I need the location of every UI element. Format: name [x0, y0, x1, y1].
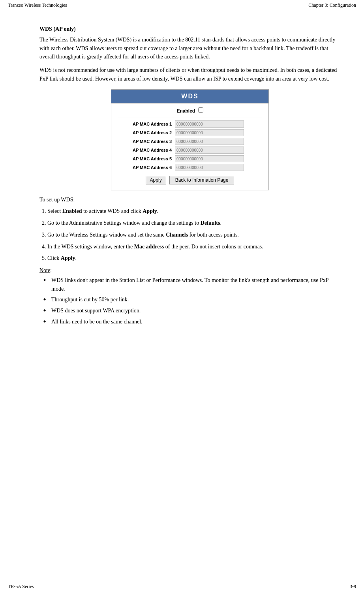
bullet-2: Throughput is cut by 50% per link. [43, 295, 340, 304]
paragraph-1: The Wireless Distribution System (WDS) i… [39, 36, 340, 61]
wds-input-6[interactable] [175, 164, 244, 171]
wds-field-row-5: AP MAC Address 5 [118, 155, 262, 162]
setup-intro: To set up WDS: [39, 197, 340, 203]
header-left: Tranzeo Wireless Technologies [8, 2, 67, 8]
wds-input-3[interactable] [175, 138, 244, 145]
wds-field-row-6: AP MAC Address 6 [118, 164, 262, 171]
footer-left: TR-5A Series [8, 584, 34, 590]
footer-right: 3-9 [350, 584, 356, 590]
wds-body: Enabled AP MAC Address 1 AP MAC Address … [111, 103, 268, 190]
wds-label-1: AP MAC Address 1 [118, 122, 175, 126]
wds-enabled-row: Enabled [118, 107, 262, 114]
paragraph-2: WDS is not recommended for use with larg… [39, 66, 340, 83]
wds-field-row-4: AP MAC Address 4 [118, 147, 262, 154]
step-4: In the WDS settings window, enter the Ma… [47, 242, 340, 251]
step-1: Select Enabled to activate WDS and click… [47, 207, 340, 216]
wds-label-6: AP MAC Address 6 [118, 165, 175, 170]
wds-field-row-2: AP MAC Address 2 [118, 129, 262, 136]
wds-buttons: Apply Back to Information Page [118, 176, 262, 184]
back-button[interactable]: Back to Information Page [169, 176, 235, 184]
wds-label-3: AP MAC Address 3 [118, 139, 175, 144]
wds-field-row-3: AP MAC Address 3 [118, 138, 262, 145]
wds-input-5[interactable] [175, 155, 244, 162]
page-header: Tranzeo Wireless Technologies Chapter 3:… [0, 0, 364, 10]
main-content: WDS (AP only) The Wireless Distribution … [0, 10, 364, 336]
bullet-1: WDS links don't appear in the Station Li… [43, 276, 340, 293]
wds-input-4[interactable] [175, 147, 244, 154]
header-right: Chapter 3: Configuration [308, 2, 356, 8]
wds-label-2: AP MAC Address 2 [118, 130, 175, 135]
wds-enabled-label: Enabled [176, 108, 195, 114]
step-3: Go to the Wireless Settings window and s… [47, 231, 340, 239]
wds-input-2[interactable] [175, 129, 244, 136]
wds-input-1[interactable] [175, 120, 244, 128]
wds-label-4: AP MAC Address 4 [118, 148, 175, 152]
wds-widget: WDS Enabled AP MAC Address 1 AP MAC Addr… [111, 89, 269, 190]
step-2: Go to the Administrative Settings window… [47, 219, 340, 227]
wds-enabled-checkbox[interactable] [198, 107, 203, 113]
wds-field-row-1: AP MAC Address 1 [118, 120, 262, 128]
note-heading: Note: [39, 267, 340, 274]
bullet-3: WDS does not support WPA encryption. [43, 306, 340, 315]
note-label: Note [39, 267, 50, 273]
wds-title: WDS [111, 90, 268, 103]
wds-label-5: AP MAC Address 5 [118, 156, 175, 161]
steps-list: Select Enabled to activate WDS and click… [47, 207, 340, 262]
step-5: Click Apply. [47, 254, 340, 263]
bullet-4: All links need to be on the same channel… [43, 318, 340, 326]
apply-button[interactable]: Apply [146, 176, 166, 184]
note-bullets: WDS links don't appear in the Station Li… [43, 276, 340, 326]
page-footer: TR-5A Series 3-9 [0, 582, 364, 592]
section-heading: WDS (AP only) [39, 26, 340, 32]
